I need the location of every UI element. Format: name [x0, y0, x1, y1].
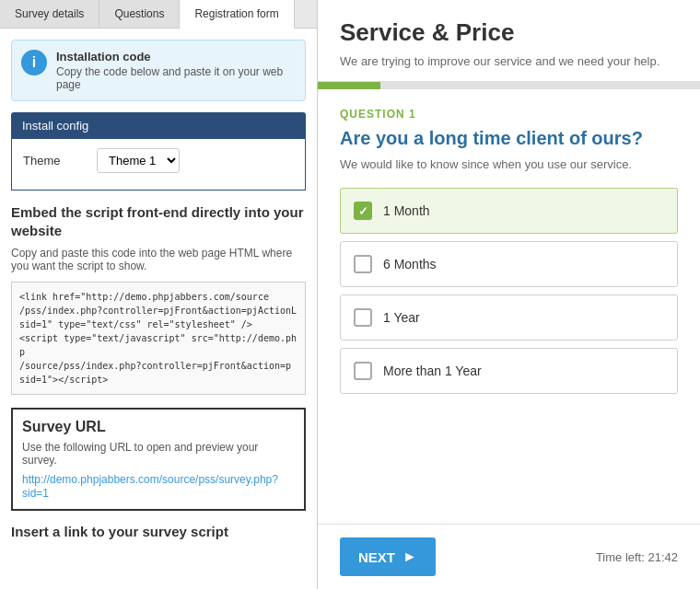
question-number: QUESTION 1 [340, 108, 678, 121]
install-config-section: Install config Theme Theme 1 Theme 2 [11, 112, 306, 191]
answer-label-1: 6 Months [383, 257, 437, 271]
survey-footer: NEXT ► Time left: 21:42 [318, 524, 700, 589]
question-text: Are you a long time client of ours? [340, 126, 678, 150]
survey-url-desc: Use the following URL to open and previe… [22, 441, 295, 467]
answer-option-2[interactable]: 1 Year [340, 294, 678, 341]
answer-option-0[interactable]: 1 Month [340, 188, 678, 234]
tab-bar: Survey details Questions Registration fo… [0, 0, 317, 29]
survey-url-title: Survey URL [22, 419, 295, 435]
answer-label-2: 1 Year [383, 310, 420, 325]
progress-segment-5 [574, 82, 636, 89]
answer-label-0: 1 Month [383, 203, 430, 218]
theme-row: Theme Theme 1 Theme 2 [23, 148, 294, 173]
checkbox-1 [354, 255, 372, 273]
answer-option-1[interactable]: 6 Months [340, 241, 678, 287]
tab-survey-details[interactable]: Survey details [0, 0, 99, 28]
next-label: NEXT [358, 549, 395, 565]
info-icon: i [21, 50, 47, 75]
left-panel: Survey details Questions Registration fo… [0, 0, 318, 589]
install-config-body: Theme Theme 1 Theme 2 [11, 139, 306, 191]
checkbox-0 [354, 202, 372, 220]
answer-option-3[interactable]: More than 1 Year [340, 348, 678, 394]
embed-description: Copy and paste this code into the web pa… [11, 247, 306, 272]
survey-subtitle: We are trying to improve our service and… [340, 54, 678, 68]
embed-code[interactable]: <link href="http://demo.phpjabbers.com/s… [11, 282, 306, 395]
survey-url-link[interactable]: http://demo.phpjabbers.com/source/pss/su… [22, 473, 278, 500]
survey-container: Service & Price We are trying to improve… [318, 0, 700, 589]
install-config-header: Install config [11, 112, 306, 139]
next-button[interactable]: NEXT ► [340, 537, 436, 576]
insert-heading: Insert a link to your survey script [11, 524, 306, 539]
survey-url-box: Survey URL Use the following URL to open… [11, 408, 306, 511]
progress-bar [318, 82, 700, 89]
answer-label-3: More than 1 Year [383, 364, 482, 378]
survey-title: Service & Price [340, 18, 678, 47]
next-arrow-icon: ► [402, 549, 417, 565]
theme-select[interactable]: Theme 1 Theme 2 [97, 148, 180, 173]
tab-registration-form[interactable]: Registration form [180, 0, 294, 29]
info-box: i Installation code Copy the code below … [11, 40, 306, 101]
progress-segment-2 [382, 82, 445, 89]
info-description: Copy the code below and paste it on your… [56, 65, 296, 91]
progress-segment-6 [638, 82, 701, 89]
info-title: Installation code [56, 50, 296, 64]
progress-segment-1 [318, 82, 380, 89]
checkbox-3 [354, 362, 372, 380]
left-content: i Installation code Copy the code below … [0, 29, 317, 589]
question-area: QUESTION 1 Are you a long time client of… [318, 89, 700, 524]
time-left: Time left: 21:42 [596, 550, 678, 564]
progress-segment-3 [446, 82, 508, 89]
checkbox-2 [354, 308, 372, 327]
progress-segment-4 [510, 82, 573, 89]
right-panel: Service & Price We are trying to improve… [318, 0, 700, 589]
tab-questions[interactable]: Questions [99, 0, 180, 28]
question-description: We would like to know since when you use… [340, 157, 678, 171]
theme-label: Theme [23, 154, 97, 167]
embed-heading: Embed the script front-end directly into… [11, 203, 306, 239]
survey-header: Service & Price We are trying to improve… [318, 0, 700, 82]
